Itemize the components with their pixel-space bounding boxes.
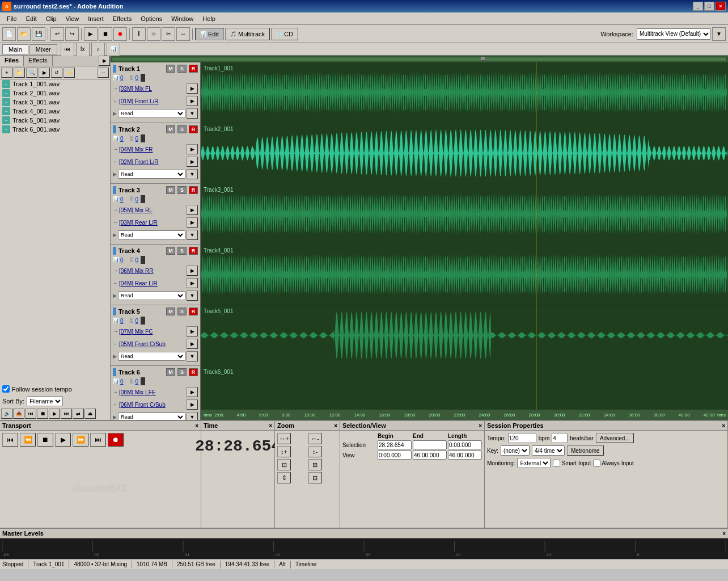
track-route2-label-6[interactable]: [06M] Front C/Sub — [119, 402, 166, 408]
left-tab-files[interactable]: Files — [0, 56, 24, 66]
sel-view-begin[interactable] — [378, 451, 412, 460]
session-close[interactable]: × — [722, 423, 725, 429]
track-vol-3[interactable]: 0 — [120, 196, 124, 203]
lb-speaker[interactable]: 🔊 — [1, 409, 12, 419]
track-pan-6[interactable]: 0 — [136, 378, 139, 385]
menu-window[interactable]: Window — [167, 14, 198, 23]
always-input-check[interactable] — [593, 460, 600, 467]
track-vol-6[interactable]: 0 — [120, 378, 124, 385]
zoom-close[interactable]: × — [334, 423, 337, 429]
track-pan-4[interactable]: 0 — [136, 257, 139, 263]
zoom-out-v[interactable]: ↕- — [308, 446, 322, 457]
close-btn[interactable]: × — [716, 2, 726, 11]
track-mute-5[interactable]: M — [166, 308, 175, 315]
menu-options[interactable]: Options — [136, 14, 167, 23]
left-tab-effects[interactable]: Effects — [24, 56, 52, 66]
track-rec-2[interactable]: R — [189, 125, 198, 133]
sel-begin-input[interactable] — [378, 440, 412, 449]
track-rec-5[interactable]: R — [189, 308, 198, 315]
track-read-btn-6[interactable]: ▼ — [187, 412, 198, 420]
menu-edit[interactable]: Edit — [22, 14, 41, 23]
zoom-in-h[interactable]: ↔+ — [277, 433, 291, 444]
sort-by-select[interactable]: Filename — [27, 396, 63, 406]
waveform-canvas[interactable] — [201, 62, 728, 420]
time-sig-select[interactable]: 4/4 time — [532, 445, 565, 456]
tab-fx-btn[interactable]: fx — [76, 43, 90, 56]
tab-meter-btn[interactable]: 📊 — [107, 43, 120, 56]
track-read-select-3[interactable]: Read — [118, 230, 185, 239]
trans-next[interactable]: ⏩ — [73, 433, 88, 447]
track-solo-3[interactable]: S — [177, 186, 187, 194]
files-auto[interactable]: ⚡ — [64, 68, 75, 78]
monitoring-select[interactable]: External — [517, 458, 551, 468]
track-mute-4[interactable]: M — [166, 247, 175, 255]
zoom-in-v[interactable]: ↕+ — [277, 446, 291, 457]
sel-view-end[interactable] — [413, 451, 447, 460]
menu-file[interactable]: File — [2, 14, 22, 23]
workspace-select[interactable]: Multitrack View (Default) — [637, 28, 711, 40]
tab-mixer[interactable]: Mixer — [29, 44, 57, 54]
track-rec-6[interactable]: R — [189, 368, 198, 376]
trans-prev[interactable]: ⏪ — [20, 433, 36, 447]
track-route2-btn-3[interactable]: ▶ — [187, 217, 198, 228]
track-route1-btn-4[interactable]: ▶ — [187, 266, 198, 276]
track-route1-btn-2[interactable]: ▶ — [187, 144, 198, 154]
track-route1-label-2[interactable]: [04M] Mix FR — [119, 146, 153, 153]
zoom-fit[interactable]: ⊟ — [308, 472, 322, 483]
tempo-input[interactable] — [508, 433, 536, 443]
lb-play2[interactable]: ▶ — [49, 409, 60, 419]
track-rec-4[interactable]: R — [189, 247, 198, 255]
files-import[interactable]: + — [1, 68, 12, 78]
track-route1-label-1[interactable]: [03M] Mix FL — [119, 86, 152, 92]
track-read-btn-2[interactable]: ▼ — [187, 169, 198, 179]
file-item-5[interactable]: ~ Track 5_001.wav — [0, 116, 110, 125]
zoom-full-v[interactable]: ⇕ — [277, 472, 291, 483]
menu-clip[interactable]: Clip — [41, 14, 61, 23]
track-read-select-1[interactable]: Read — [118, 109, 185, 118]
track-pan-1[interactable]: 0 — [136, 75, 139, 81]
zoom-sel[interactable]: ⊡ — [277, 459, 291, 470]
track-mute-6[interactable]: M — [166, 368, 175, 376]
track-read-btn-1[interactable]: ▼ — [187, 108, 198, 119]
menu-help[interactable]: Help — [198, 14, 220, 23]
track-read-select-5[interactable]: Read — [118, 352, 185, 361]
lb-eject[interactable]: ⏏ — [84, 409, 96, 419]
trans-stop[interactable]: ⏹ — [37, 433, 53, 447]
track-solo-2[interactable]: S — [177, 125, 187, 133]
lb-import[interactable]: 📥 — [13, 409, 24, 419]
tb-redo[interactable]: ↪ — [65, 27, 79, 41]
waveform-area[interactable]: hms 2:004:006:008:0010:0012:0014:0016:00… — [201, 62, 728, 420]
tb-rec[interactable]: ⏺ — [113, 27, 127, 41]
track-route2-btn-4[interactable]: ▶ — [187, 278, 198, 288]
files-folder[interactable]: 📁 — [14, 68, 25, 78]
tb-undo[interactable]: ↩ — [50, 27, 64, 41]
track-read-select-6[interactable]: Read — [118, 412, 185, 420]
track-route1-btn-3[interactable]: ▶ — [187, 205, 198, 215]
lb-stop2[interactable]: ⏹ — [37, 409, 48, 419]
files-search[interactable]: 🔍 — [26, 68, 37, 78]
track-read-btn-3[interactable]: ▼ — [187, 230, 198, 240]
track-route2-btn-1[interactable]: ▶ — [187, 96, 198, 106]
trans-to-end[interactable]: ⏭ — [90, 433, 106, 447]
track-route2-label-3[interactable]: [03M] Rear L/R — [119, 220, 158, 226]
beats-input[interactable] — [552, 433, 568, 443]
menu-effects[interactable]: Effects — [108, 14, 136, 23]
track-route1-label-3[interactable]: [05M] Mix RL — [119, 207, 153, 213]
selection-close[interactable]: × — [479, 423, 482, 429]
track-pan-3[interactable]: 0 — [136, 196, 139, 203]
track-route2-btn-5[interactable]: ▶ — [187, 339, 198, 349]
track-rec-1[interactable]: R — [189, 65, 198, 73]
menu-view[interactable]: View — [61, 14, 84, 23]
top-scrollbar[interactable] — [111, 56, 728, 62]
maximize-btn[interactable]: □ — [704, 2, 714, 11]
lb-skip2[interactable]: ⏭ — [61, 409, 72, 419]
files-loop[interactable]: ↺ — [51, 68, 62, 78]
track-read-select-4[interactable]: Read — [118, 291, 185, 300]
file-item-4[interactable]: ~ Track 4_001.wav — [0, 107, 110, 116]
track-route2-label-1[interactable]: [01M] Front L/R — [119, 98, 158, 104]
track-pan-5[interactable]: 0 — [136, 318, 139, 324]
track-route1-label-5[interactable]: [07M] Mix FC — [119, 329, 153, 335]
key-select[interactable]: (none) — [501, 445, 530, 456]
menu-insert[interactable]: Insert — [83, 14, 108, 23]
trans-record[interactable]: ⏺ — [108, 433, 124, 447]
